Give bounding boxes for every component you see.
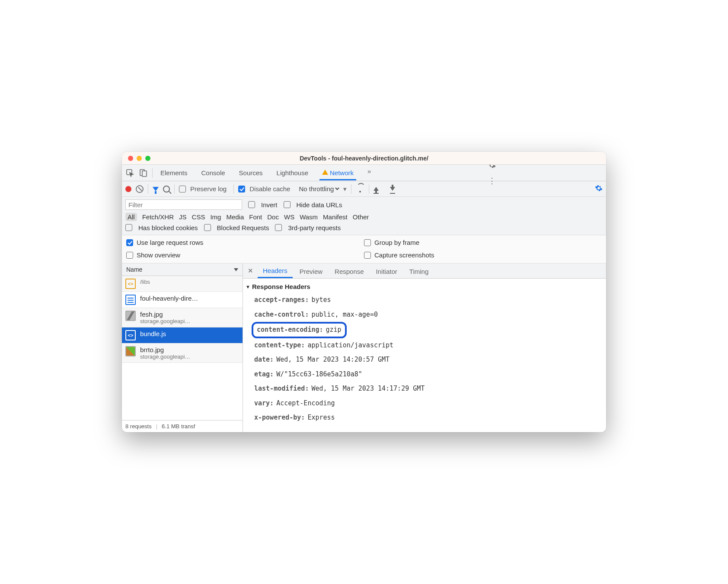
network-gear-icon[interactable] bbox=[595, 184, 603, 193]
blocked-requests-checkbox[interactable] bbox=[204, 224, 211, 231]
transfer-size: 6.1 MB transf bbox=[162, 423, 195, 430]
type-manifest[interactable]: Manifest bbox=[323, 213, 348, 221]
warning-icon bbox=[322, 170, 328, 175]
invert-checkbox[interactable] bbox=[248, 201, 255, 208]
tab-timing[interactable]: Timing bbox=[404, 264, 434, 278]
divider bbox=[152, 168, 153, 178]
request-row[interactable]: foul-heavenly-dire… bbox=[122, 292, 243, 308]
has-blocked-cookies-checkbox[interactable] bbox=[125, 224, 132, 231]
window-title: DevTools - foul-heavenly-direction.glitc… bbox=[122, 155, 606, 162]
invert-label: Invert bbox=[261, 201, 278, 209]
group-by-frame-checkbox[interactable] bbox=[364, 239, 371, 246]
header-value: gzip bbox=[326, 324, 342, 336]
header-value: Wed, 15 Mar 2023 14:17:29 GMT bbox=[311, 383, 425, 395]
type-media[interactable]: Media bbox=[226, 213, 244, 221]
tab-console[interactable]: Console bbox=[199, 166, 228, 180]
filter-input[interactable] bbox=[125, 199, 242, 210]
request-row-selected[interactable]: <> bundle.js bbox=[122, 327, 243, 343]
type-font[interactable]: Font bbox=[249, 213, 262, 221]
header-key: accept-ranges: bbox=[254, 295, 309, 306]
large-rows-checkbox[interactable] bbox=[126, 239, 133, 246]
header-key: cache-control: bbox=[254, 309, 309, 321]
type-fetch-xhr[interactable]: Fetch/XHR bbox=[142, 213, 174, 221]
chevron-down-icon bbox=[234, 268, 238, 271]
type-wasm[interactable]: Wasm bbox=[300, 213, 318, 221]
panel-tabs: Elements Console Sources Lighthouse Netw… bbox=[155, 166, 382, 180]
status-bar: 8 requests | 6.1 MB transf bbox=[122, 420, 243, 432]
request-name: foul-heavenly-dire… bbox=[140, 295, 198, 302]
network-conditions-icon[interactable] bbox=[356, 186, 364, 193]
type-css[interactable]: CSS bbox=[192, 213, 205, 221]
throttling-select[interactable]: No throttling bbox=[297, 185, 341, 193]
disable-cache-checkbox[interactable] bbox=[238, 186, 245, 193]
search-icon[interactable] bbox=[163, 186, 170, 193]
document-icon bbox=[125, 295, 136, 305]
svg-rect-2 bbox=[142, 171, 147, 176]
tab-elements[interactable]: Elements bbox=[158, 166, 190, 180]
script-icon: <> bbox=[125, 279, 136, 289]
request-row[interactable]: fesh.jpgstorage.googleapi… bbox=[122, 308, 243, 327]
show-overview-checkbox[interactable] bbox=[126, 252, 133, 259]
name-column-header[interactable]: Name bbox=[122, 263, 243, 276]
display-options: Use large request rows Group by frame Sh… bbox=[122, 235, 606, 263]
capture-screenshots-checkbox[interactable] bbox=[364, 252, 371, 259]
header-value: application/javascript bbox=[307, 340, 393, 351]
inspect-icon[interactable] bbox=[124, 167, 137, 180]
divider: | bbox=[156, 423, 157, 430]
tab-headers[interactable]: Headers bbox=[258, 263, 293, 278]
hide-data-urls-checkbox[interactable] bbox=[284, 201, 291, 208]
tab-network[interactable]: Network bbox=[319, 166, 356, 180]
header-key: date: bbox=[254, 354, 274, 366]
tab-lighthouse[interactable]: Lighthouse bbox=[274, 166, 311, 180]
request-list: <> /libs foul-heavenly-dire… fesh.jpgsto… bbox=[122, 276, 243, 420]
type-js[interactable]: JS bbox=[179, 213, 187, 221]
request-row[interactable]: <> /libs bbox=[122, 276, 243, 292]
clear-button[interactable] bbox=[136, 185, 144, 193]
request-row[interactable]: brrto.jpgstorage.googleapi… bbox=[122, 343, 243, 363]
image-icon bbox=[125, 346, 136, 356]
request-path: storage.googleapi… bbox=[140, 318, 190, 324]
header-value: public, max-age=0 bbox=[311, 309, 378, 321]
type-doc[interactable]: Doc bbox=[267, 213, 279, 221]
header-key: etag: bbox=[254, 369, 274, 380]
divider bbox=[351, 184, 351, 194]
blocked-requests-label: Blocked Requests bbox=[217, 224, 269, 231]
header-row: last-modified:Wed, 15 Mar 2023 14:17:29 … bbox=[245, 382, 604, 396]
type-all[interactable]: All bbox=[125, 213, 137, 221]
type-other[interactable]: Other bbox=[353, 213, 369, 221]
script-icon: <> bbox=[125, 330, 136, 340]
close-icon[interactable]: ✕ bbox=[245, 267, 256, 275]
third-party-checkbox[interactable] bbox=[275, 224, 282, 231]
has-blocked-cookies-label: Has blocked cookies bbox=[138, 224, 198, 231]
header-key: last-modified: bbox=[254, 383, 309, 395]
header-row: vary:Accept-Encoding bbox=[245, 396, 604, 411]
type-ws[interactable]: WS bbox=[284, 213, 294, 221]
zoom-icon[interactable] bbox=[145, 156, 150, 161]
header-row: accept-ranges:bytes bbox=[245, 293, 604, 308]
kebab-menu-icon[interactable]: ⋮ bbox=[485, 174, 498, 187]
panel-tabbar: Elements Console Sources Lighthouse Netw… bbox=[122, 165, 606, 181]
record-button[interactable] bbox=[125, 186, 131, 192]
tab-initiator[interactable]: Initiator bbox=[371, 264, 402, 278]
preserve-log-checkbox[interactable] bbox=[179, 186, 186, 193]
divider bbox=[174, 184, 175, 194]
resource-type-filter: All Fetch/XHR JS CSS Img Media Font Doc … bbox=[125, 213, 603, 221]
header-row: x-powered-by:Express bbox=[245, 411, 604, 425]
minimize-icon[interactable] bbox=[137, 156, 142, 161]
disable-cache-label: Disable cache bbox=[249, 185, 290, 193]
response-headers-section[interactable]: Response Headers bbox=[245, 281, 604, 293]
divider bbox=[233, 184, 234, 194]
tab-response[interactable]: Response bbox=[329, 264, 369, 278]
detail-tabs: ✕ Headers Preview Response Initiator Tim… bbox=[243, 263, 606, 279]
type-img[interactable]: Img bbox=[210, 213, 221, 221]
more-tabs-button[interactable] bbox=[365, 166, 373, 180]
filter-icon[interactable] bbox=[153, 187, 159, 191]
close-icon[interactable] bbox=[128, 156, 133, 161]
download-har-icon[interactable] bbox=[390, 187, 395, 191]
upload-har-icon[interactable] bbox=[374, 187, 379, 191]
tab-preview[interactable]: Preview bbox=[294, 264, 328, 278]
header-key: x-powered-by: bbox=[254, 412, 305, 424]
device-toggle-icon[interactable] bbox=[137, 167, 150, 180]
tab-sources[interactable]: Sources bbox=[236, 166, 265, 180]
divider bbox=[369, 184, 369, 194]
